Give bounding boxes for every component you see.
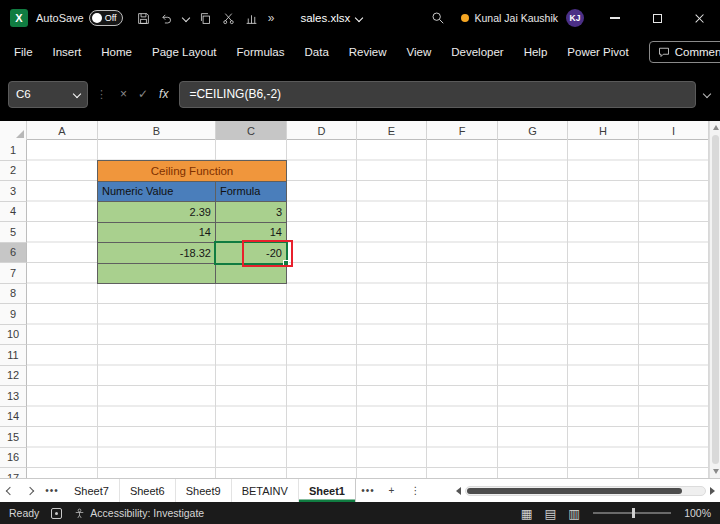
row-header-16[interactable]: 16 [0, 448, 27, 469]
zoom-slider[interactable] [593, 512, 671, 514]
insert-function-icon[interactable]: fx [159, 87, 168, 101]
row-header-15[interactable]: 15 [0, 427, 27, 448]
tab-formulas[interactable]: Formulas [237, 46, 285, 58]
page-layout-view-icon[interactable]: ▤ [545, 506, 557, 521]
row-header-12[interactable]: 12 [0, 366, 27, 387]
table-header-cell[interactable]: Numeric Value [98, 182, 216, 203]
tab-review[interactable]: Review [349, 46, 387, 58]
row-header-1[interactable]: 1 [0, 140, 27, 161]
avatar[interactable]: KJ [566, 9, 584, 27]
column-header-h[interactable]: H [568, 121, 639, 140]
tab-developer[interactable]: Developer [451, 46, 503, 58]
sheet-nav-left[interactable] [0, 479, 20, 502]
save-icon[interactable] [137, 12, 150, 25]
copy-icon[interactable] [199, 12, 212, 25]
scroll-right-icon[interactable] [710, 487, 715, 495]
column-header-d[interactable]: D [287, 121, 357, 140]
row-header-2[interactable]: 2 [0, 161, 27, 182]
cell-grid[interactable]: Ceiling Function Numeric Value Formula 2… [27, 140, 709, 478]
cell-b6[interactable]: -18.32 [98, 243, 216, 264]
horizontal-scroll-thumb[interactable] [467, 488, 682, 494]
undo-dropdown-icon[interactable] [181, 14, 189, 22]
tab-insert[interactable]: Insert [53, 46, 82, 58]
row-header-14[interactable]: 14 [0, 407, 27, 428]
cell-c4[interactable]: 3 [216, 202, 287, 223]
sheet-more-right[interactable]: ••• [356, 479, 380, 502]
row-header-3[interactable]: 3 [0, 181, 27, 202]
name-box[interactable]: C6 [8, 81, 88, 108]
column-header-i[interactable]: I [639, 121, 709, 140]
tab-file[interactable]: File [14, 46, 33, 58]
close-button[interactable] [678, 0, 720, 36]
row-header-13[interactable]: 13 [0, 386, 27, 407]
row-header-8[interactable]: 8 [0, 284, 27, 305]
tab-home[interactable]: Home [101, 46, 132, 58]
row-header-11[interactable]: 11 [0, 345, 27, 366]
column-header-e[interactable]: E [357, 121, 427, 140]
tab-view[interactable]: View [407, 46, 432, 58]
undo-icon[interactable] [160, 12, 173, 25]
sheet-tab-sheet7[interactable]: Sheet7 [64, 479, 120, 502]
row-header-7[interactable]: 7 [0, 263, 27, 284]
cell-c7[interactable] [216, 264, 287, 285]
cell-b4[interactable]: 2.39 [98, 202, 216, 223]
maximize-button[interactable] [636, 0, 678, 36]
accessibility-status[interactable]: Accessibility: Investigate [74, 507, 204, 519]
sheet-tab-sheet6[interactable]: Sheet6 [120, 479, 176, 502]
tab-data[interactable]: Data [305, 46, 329, 58]
cell-b7[interactable] [98, 264, 216, 285]
user-name[interactable]: Kunal Jai Kaushik [475, 12, 558, 24]
row-header-5[interactable]: 5 [0, 222, 27, 243]
select-all-corner[interactable] [0, 121, 27, 140]
cell-b5[interactable]: 14 [98, 223, 216, 244]
zoom-level[interactable]: 100% [684, 507, 711, 519]
column-header-c[interactable]: C [216, 121, 287, 140]
vertical-scrollbar[interactable] [709, 121, 720, 478]
horizontal-scroll-track[interactable] [465, 486, 706, 496]
minimize-button[interactable] [594, 0, 636, 36]
column-header-a[interactable]: A [27, 121, 98, 140]
toolbar-overflow-icon[interactable]: » [268, 11, 275, 25]
formula-bar-expand-icon[interactable] [703, 90, 711, 98]
autosave-toggle[interactable]: AutoSave Off [36, 10, 123, 26]
tab-page-layout[interactable]: Page Layout [152, 46, 217, 58]
sheet-tab-active[interactable]: Sheet1 [299, 479, 356, 502]
scroll-down-icon[interactable] [713, 469, 719, 474]
row-header-6[interactable]: 6 [0, 243, 27, 264]
formula-input[interactable]: =CEILING(B6,-2) [179, 81, 696, 108]
document-title[interactable]: sales.xlsx [300, 12, 362, 24]
row-header-9[interactable]: 9 [0, 304, 27, 325]
sheet-nav-right[interactable] [20, 479, 40, 502]
chart-icon[interactable] [245, 12, 258, 25]
confirm-entry-icon[interactable]: ✓ [138, 87, 148, 101]
scroll-up-icon[interactable] [713, 125, 719, 130]
comments-button[interactable]: Comments [649, 41, 720, 63]
name-box-dropdown-icon[interactable] [73, 90, 81, 98]
scroll-left-icon[interactable] [456, 487, 461, 495]
vertical-scroll-thumb[interactable] [712, 135, 719, 464]
page-break-view-icon[interactable]: ▥ [568, 506, 580, 521]
row-header-4[interactable]: 4 [0, 202, 27, 223]
sheet-tab-betainv[interactable]: BETAINV [232, 479, 299, 502]
cut-icon[interactable] [222, 12, 235, 25]
column-header-b[interactable]: B [98, 121, 216, 140]
macro-record-icon[interactable] [51, 508, 62, 519]
row-header-10[interactable]: 10 [0, 325, 27, 346]
row-header-17[interactable]: 17 [0, 468, 27, 478]
sheet-tab-sheet9[interactable]: Sheet9 [176, 479, 232, 502]
table-header-cell[interactable]: Formula [216, 182, 287, 203]
column-header-f[interactable]: F [427, 121, 498, 140]
search-icon[interactable] [431, 11, 445, 25]
zoom-slider-handle[interactable] [632, 508, 635, 518]
cancel-entry-icon[interactable]: × [120, 87, 127, 101]
add-sheet-button[interactable]: + [380, 479, 404, 502]
tab-help[interactable]: Help [524, 46, 548, 58]
column-header-g[interactable]: G [498, 121, 568, 140]
sheet-more-left[interactable]: ••• [40, 479, 64, 502]
normal-view-icon[interactable]: ▦ [521, 506, 533, 521]
horizontal-scrollbar[interactable] [456, 479, 720, 502]
sheet-menu-button[interactable]: ⋮ [404, 479, 428, 502]
autosave-switch[interactable]: Off [89, 10, 123, 26]
tab-power-pivot[interactable]: Power Pivot [567, 46, 628, 58]
table-title-cell[interactable]: Ceiling Function [98, 161, 287, 182]
